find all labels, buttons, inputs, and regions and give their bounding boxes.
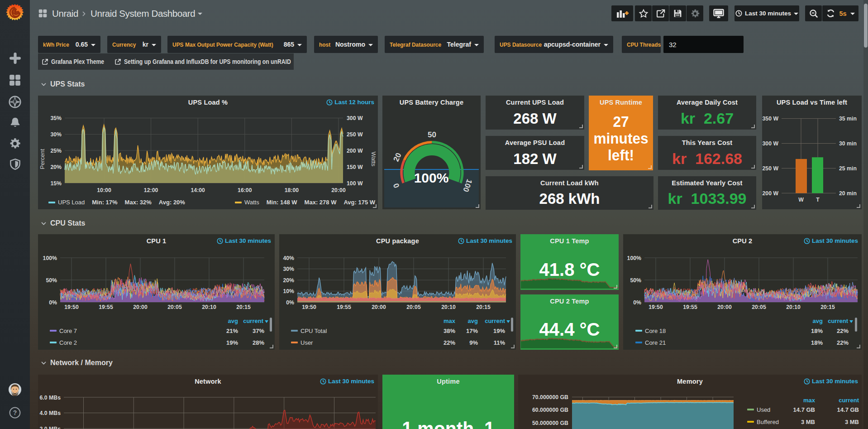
svg-text:Watts: Watts: [370, 152, 377, 167]
svg-text:10:00: 10:00: [97, 187, 111, 193]
svg-text:14:00: 14:00: [191, 187, 205, 193]
svg-text:20:00: 20:00: [372, 304, 386, 310]
svg-text:Core 18: Core 18: [645, 328, 666, 334]
svg-text:20:05: 20:05: [167, 304, 182, 310]
svg-text:?: ?: [13, 409, 17, 416]
svg-text:11%: 11%: [494, 339, 506, 346]
svg-text:25 min: 25 min: [839, 165, 857, 172]
svg-text:Percent: Percent: [39, 149, 46, 169]
svg-text:16:00: 16:00: [238, 187, 252, 193]
svg-text:37%: 37%: [253, 328, 264, 334]
svg-text:350 W: 350 W: [762, 116, 778, 122]
svg-text:20%: 20%: [50, 164, 62, 170]
svg-text:50.000000 GB: 50.000000 GB: [532, 420, 568, 426]
svg-text:19%: 19%: [226, 339, 238, 346]
svg-text:35 min: 35 min: [839, 116, 857, 122]
svg-text:100%: 100%: [627, 255, 642, 261]
svg-text:20 min: 20 min: [839, 190, 857, 197]
svg-text:20:15: 20:15: [476, 304, 491, 310]
svg-text:50%: 50%: [630, 277, 641, 284]
svg-text:18%: 18%: [811, 328, 823, 334]
svg-text:18%: 18%: [811, 339, 823, 346]
svg-text:28%: 28%: [253, 339, 264, 346]
svg-text:20:15: 20:15: [236, 304, 251, 310]
svg-text:60.000000 GB: 60.000000 GB: [532, 407, 568, 413]
svg-text:3 MB: 3 MB: [845, 419, 859, 425]
svg-text:50%: 50%: [46, 277, 57, 284]
svg-text:30 min: 30 min: [839, 140, 857, 147]
svg-text:T: T: [816, 197, 820, 203]
svg-text:3 MB: 3 MB: [801, 419, 815, 425]
svg-text:CPU Total: CPU Total: [300, 328, 327, 334]
svg-text:15%: 15%: [50, 180, 62, 187]
svg-text:300 W: 300 W: [347, 115, 363, 121]
svg-text:0%: 0%: [49, 299, 57, 306]
svg-text:current: current: [828, 318, 848, 324]
svg-text:25%: 25%: [50, 148, 62, 154]
svg-text:9%: 9%: [469, 339, 478, 346]
svg-text:User: User: [300, 339, 313, 346]
svg-text:100%: 100%: [414, 170, 449, 185]
svg-text:21%: 21%: [226, 328, 238, 334]
svg-text:20:10: 20:10: [786, 304, 801, 310]
svg-text:100 W: 100 W: [347, 180, 363, 187]
svg-text:22%: 22%: [444, 339, 455, 346]
svg-text:4.0 MBs: 4.0 MBs: [40, 410, 61, 416]
svg-text:19:50: 19:50: [302, 304, 316, 310]
svg-text:2.0 MBs: 2.0 MBs: [40, 426, 61, 429]
svg-text:250 W: 250 W: [347, 131, 363, 138]
svg-text:20%: 20%: [283, 277, 294, 284]
svg-text:20:00: 20:00: [133, 304, 148, 310]
svg-text:avg: avg: [228, 318, 238, 324]
svg-text:19:55: 19:55: [683, 304, 697, 310]
svg-text:current: current: [839, 397, 859, 404]
svg-text:20:10: 20:10: [441, 304, 456, 310]
svg-text:20:00: 20:00: [717, 304, 732, 310]
svg-text:19%: 19%: [493, 328, 505, 334]
svg-text:avg: avg: [813, 318, 823, 324]
svg-text:current: current: [243, 318, 263, 324]
svg-text:300 W: 300 W: [762, 140, 778, 147]
svg-text:40%: 40%: [283, 255, 294, 261]
svg-text:30%: 30%: [50, 131, 62, 138]
svg-text:12:00: 12:00: [144, 187, 158, 193]
svg-text:38%: 38%: [444, 328, 455, 334]
svg-text:Buffered: Buffered: [757, 419, 779, 425]
svg-text:max: max: [444, 318, 456, 324]
svg-text:20: 20: [392, 152, 403, 163]
svg-text:150 W: 150 W: [347, 164, 363, 170]
svg-text:19:55: 19:55: [337, 304, 351, 310]
svg-text:19:55: 19:55: [99, 304, 113, 310]
svg-text:22%: 22%: [837, 339, 849, 346]
svg-text:20:15: 20:15: [820, 304, 835, 310]
svg-text:200 W: 200 W: [347, 148, 363, 154]
svg-text:Used: Used: [757, 406, 770, 413]
svg-text:14.7 GB: 14.7 GB: [793, 406, 815, 413]
svg-text:70.000000 GB: 70.000000 GB: [532, 394, 568, 400]
svg-text:19:50: 19:50: [649, 304, 663, 310]
svg-text:10%: 10%: [283, 288, 294, 294]
svg-text:20:10: 20:10: [202, 304, 216, 310]
svg-text:max: max: [803, 397, 816, 404]
svg-text:19:50: 19:50: [64, 304, 79, 310]
svg-text:200 W: 200 W: [762, 190, 778, 197]
svg-text:Core 21: Core 21: [645, 339, 666, 346]
svg-text:20:05: 20:05: [752, 304, 766, 310]
svg-text:35%: 35%: [50, 115, 62, 121]
svg-text:0%: 0%: [286, 299, 294, 306]
svg-text:20:00: 20:00: [331, 187, 346, 193]
svg-text:17%: 17%: [466, 328, 478, 334]
svg-text:current: current: [485, 318, 505, 324]
svg-text:14.7 GB: 14.7 GB: [837, 406, 859, 413]
svg-text:20:05: 20:05: [406, 304, 421, 310]
svg-text:100%: 100%: [43, 255, 57, 261]
svg-text:0%: 0%: [633, 299, 641, 306]
svg-text:W: W: [798, 197, 804, 203]
svg-text:18:00: 18:00: [285, 187, 299, 193]
svg-text:Core 2: Core 2: [59, 339, 77, 346]
svg-text:22%: 22%: [837, 328, 849, 334]
svg-text:6.0 MBs: 6.0 MBs: [40, 395, 61, 401]
svg-text:30%: 30%: [283, 266, 294, 272]
svg-text:avg: avg: [468, 318, 478, 324]
svg-text:50: 50: [428, 130, 436, 139]
